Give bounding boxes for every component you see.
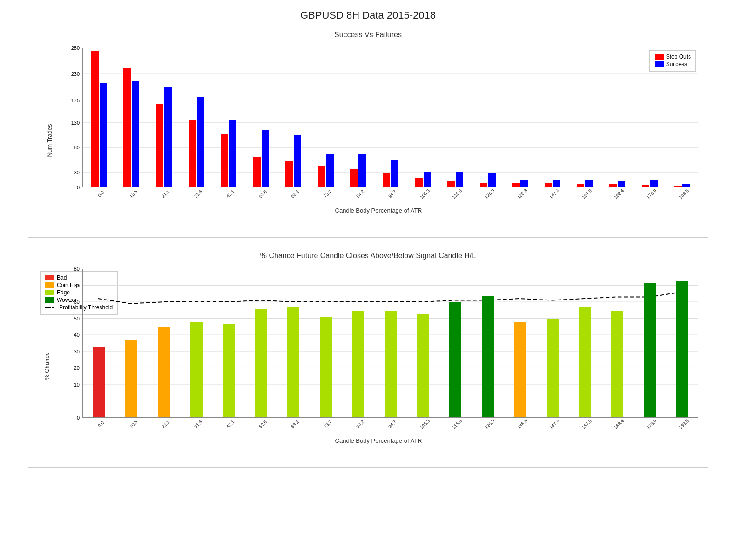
success-bar bbox=[358, 154, 366, 187]
stop-outs-bar bbox=[318, 166, 325, 187]
bar-group bbox=[245, 130, 277, 187]
success-bar bbox=[132, 81, 139, 187]
pct-bar bbox=[255, 309, 267, 417]
success-bar bbox=[229, 120, 236, 187]
stop-outs-bar bbox=[577, 184, 584, 187]
pct-bar bbox=[287, 307, 299, 417]
pct-bar bbox=[417, 314, 429, 417]
pct-bar bbox=[320, 317, 332, 417]
pct-bar bbox=[611, 311, 623, 417]
pct-bar bbox=[93, 347, 105, 417]
stop-outs-bar bbox=[285, 161, 293, 187]
pct-bar bbox=[223, 324, 235, 417]
page-title: GBPUSD 8H Data 2015-2018 bbox=[0, 0, 736, 26]
success-bar bbox=[294, 135, 301, 187]
stop-outs-bar bbox=[123, 68, 131, 187]
success-bar bbox=[326, 154, 334, 187]
stop-outs-bar bbox=[674, 186, 682, 187]
pct-bar bbox=[449, 302, 461, 417]
stop-outs-bar bbox=[253, 157, 261, 187]
stop-outs-bar bbox=[189, 120, 196, 187]
bar-group bbox=[439, 302, 472, 417]
bar-group bbox=[115, 68, 148, 187]
bar-group bbox=[83, 51, 115, 187]
stop-outs-bar bbox=[609, 184, 617, 187]
pct-bar bbox=[482, 296, 494, 417]
pct-bar bbox=[547, 319, 559, 417]
pct-bar bbox=[385, 311, 397, 417]
bar-group bbox=[277, 307, 310, 417]
chart1-area: Num Trades Stop Outs Success 280 230 bbox=[28, 43, 708, 238]
chart1-container: Success Vs Failures Num Trades Stop Outs… bbox=[28, 31, 708, 238]
chart2-container: % Chance Future Candle Closes Above/Belo… bbox=[28, 252, 708, 468]
bar-group bbox=[212, 324, 245, 417]
chart2-x-axis-label: Candle Body Percentage of ATR bbox=[59, 437, 698, 444]
stop-outs-bar bbox=[91, 51, 99, 187]
chart1-title: Success Vs Failures bbox=[28, 31, 708, 39]
pct-bar bbox=[676, 281, 688, 417]
pct-bar bbox=[158, 327, 170, 417]
success-bar bbox=[100, 83, 107, 187]
stop-outs-bar bbox=[447, 181, 455, 187]
stop-outs-bar bbox=[350, 169, 358, 187]
success-bar bbox=[164, 87, 172, 187]
bar-group bbox=[310, 317, 342, 417]
stop-outs-bar bbox=[383, 173, 390, 187]
bar-group bbox=[245, 309, 277, 417]
stop-outs-bar bbox=[415, 178, 423, 187]
pct-bar bbox=[352, 311, 364, 417]
bar-group bbox=[180, 322, 213, 417]
chart1-x-axis-label: Candle Body Percentage of ATR bbox=[59, 207, 698, 214]
pct-bar bbox=[644, 283, 656, 417]
bar-group bbox=[407, 314, 439, 417]
bar-group bbox=[504, 322, 537, 417]
bar-group bbox=[569, 307, 601, 417]
stop-outs-bar bbox=[221, 134, 228, 187]
success-bar bbox=[197, 97, 204, 187]
bar-group bbox=[666, 281, 698, 417]
stop-outs-bar bbox=[480, 183, 487, 187]
pct-bar bbox=[514, 322, 526, 417]
success-bar bbox=[391, 160, 398, 187]
stop-outs-bar bbox=[156, 104, 163, 187]
bar-group bbox=[115, 340, 148, 417]
success-bar bbox=[424, 172, 431, 187]
bar-group bbox=[374, 311, 407, 417]
bar-group bbox=[148, 327, 180, 417]
pct-bar bbox=[579, 307, 591, 417]
stop-outs-bar bbox=[545, 183, 552, 187]
stop-outs-bar bbox=[642, 185, 649, 187]
bar-group bbox=[148, 87, 180, 187]
bar-group bbox=[601, 311, 634, 417]
bar-group bbox=[472, 296, 504, 417]
chart2-y-axis-label: % Chance bbox=[43, 352, 50, 380]
chart2-title: % Chance Future Candle Closes Above/Belo… bbox=[28, 252, 708, 260]
chart1-y-axis-label: Num Trades bbox=[46, 124, 53, 157]
bar-group bbox=[634, 283, 666, 417]
pct-bar bbox=[190, 322, 203, 417]
bar-group bbox=[180, 97, 213, 187]
chart2-area: % Chance Bad Coin Flip Edge Wowzer bbox=[28, 264, 708, 468]
success-bar bbox=[262, 130, 269, 187]
bar-group bbox=[342, 311, 375, 417]
bar-group bbox=[212, 120, 245, 187]
bar-group bbox=[277, 135, 310, 187]
stop-outs-bar bbox=[512, 183, 520, 187]
bar-group bbox=[536, 319, 569, 417]
pct-bar bbox=[125, 340, 137, 417]
bar-group bbox=[83, 347, 115, 417]
